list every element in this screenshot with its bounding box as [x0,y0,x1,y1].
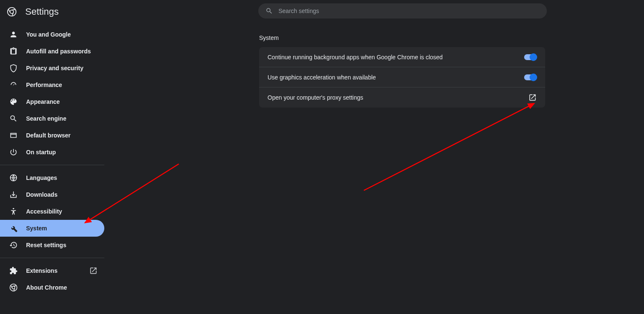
sidebar: You and GoogleAutofill and passwordsPriv… [0,24,104,314]
speed-icon [9,81,18,89]
sidebar-item-downloads[interactable]: Downloads [0,186,104,203]
sidebar-item-label: Autofill and passwords [26,48,104,55]
settings-row: Use graphics acceleration when available [259,67,545,87]
sidebar-item-label: You and Google [26,31,104,38]
sidebar-item-label: On startup [26,149,104,156]
sidebar-item-label: About Chrome [26,284,104,291]
globe-icon [9,174,18,182]
person-icon [9,30,18,39]
settings-row[interactable]: Open your computer's proxy settings [259,87,545,108]
svg-point-0 [8,8,16,16]
sidebar-item-languages[interactable]: Languages [0,169,104,186]
setting-label: Continue running background apps when Go… [268,54,443,61]
palette-icon [9,98,18,106]
chrome-logo [0,7,24,16]
sidebar-item-appearance[interactable]: Appearance [0,93,104,110]
search-input[interactable]: Search settings [258,3,547,18]
sidebar-item-search[interactable]: Search engine [0,110,104,127]
svg-point-3 [13,208,14,209]
sidebar-item-label: Appearance [26,98,104,105]
search-icon [265,7,273,15]
sidebar-item-autofill[interactable]: Autofill and passwords [0,43,104,60]
sidebar-item-reset[interactable]: Reset settings [0,237,104,253]
toggle-switch[interactable] [524,54,537,60]
download-icon [9,190,18,199]
settings-row: Continue running background apps when Go… [259,47,545,67]
sidebar-item-system[interactable]: System [0,220,104,237]
browser-icon [9,131,18,140]
sidebar-item-performance[interactable]: Performance [0,77,104,93]
section-title: System [259,34,545,41]
sidebar-item-label: Reset settings [26,242,104,248]
page-title: Settings [25,6,59,17]
main-content: System Continue running background apps … [104,24,644,314]
search-icon [9,114,18,123]
sidebar-item-you[interactable]: You and Google [0,26,104,43]
sidebar-item-about[interactable]: About Chrome [0,279,104,296]
open-external-icon [89,267,98,275]
shield-icon [9,64,18,72]
sidebar-item-accessibility[interactable]: Accessibility [0,203,104,220]
sidebar-item-label: Accessibility [26,208,104,215]
open-external-icon [528,93,537,102]
sidebar-item-label: Extensions [26,267,81,274]
sidebar-item-label: Privacy and security [26,65,104,71]
sidebar-item-extensions[interactable]: Extensions [0,262,104,279]
chrome-icon [9,283,18,292]
sidebar-item-label: Default browser [26,132,104,139]
sidebar-item-privacy[interactable]: Privacy and security [0,60,104,77]
wrench-icon [9,224,18,232]
puzzle-icon [9,267,18,275]
sidebar-item-label: System [26,225,104,232]
history-icon [9,241,18,249]
sidebar-item-startup[interactable]: On startup [0,144,104,161]
toggle-switch[interactable] [524,74,537,80]
setting-label: Use graphics acceleration when available [268,74,376,81]
sidebar-item-label: Languages [26,174,104,181]
settings-card: Continue running background apps when Go… [259,47,545,108]
clipboard-icon [9,47,18,55]
sidebar-item-default[interactable]: Default browser [0,127,104,144]
power-icon [9,148,18,156]
sidebar-item-label: Performance [26,82,104,88]
sidebar-item-label: Downloads [26,191,104,198]
search-placeholder: Search settings [278,8,319,14]
setting-label: Open your computer's proxy settings [268,94,363,101]
sidebar-item-label: Search engine [26,115,104,122]
accessibility-icon [9,207,18,216]
